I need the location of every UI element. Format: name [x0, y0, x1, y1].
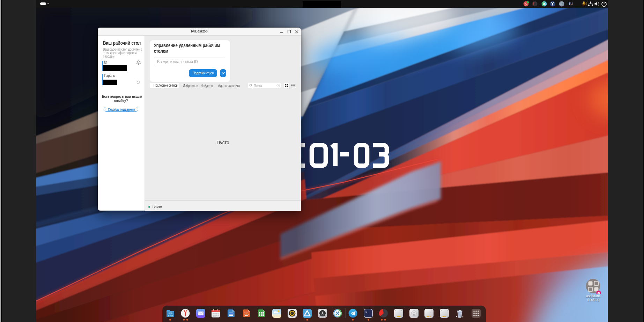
svg-text:XCO: XCO	[168, 312, 172, 315]
svg-text:1-03: 1-03	[168, 315, 173, 317]
svg-text:>_: >_	[365, 311, 369, 314]
svg-text:SB: SB	[561, 3, 563, 5]
